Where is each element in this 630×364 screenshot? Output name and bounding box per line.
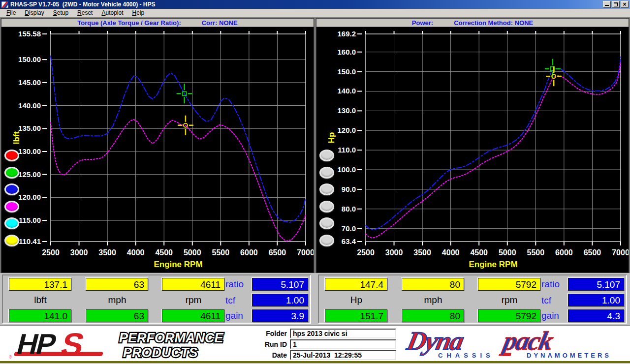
tcf-value-2: 1.00 [568,294,624,306]
svg-text:2500: 2500 [357,248,375,257]
svg-text:7000: 7000 [297,248,314,257]
date-label: Date [249,351,290,359]
svg-text:125.00: 125.00 [18,170,41,179]
svg-text:4000: 4000 [442,248,460,257]
run-color-button-magenta[interactable] [4,201,19,212]
restore-icon [614,2,618,6]
run-slot-button-6[interactable] [319,235,334,246]
folder-input[interactable] [290,329,396,338]
menu-autoplot[interactable]: Autoplot [97,9,127,17]
svg-text:5500: 5500 [212,248,230,257]
power-chart-header: Power: Correction Method: NONE [316,19,629,27]
torque-cursor2-rpm: 4611 [162,309,224,322]
dynapack-logo: Dyna pack CHASSIS DYNAMOMETERS [400,327,626,361]
run-id-input[interactable] [290,339,396,349]
minimize-button[interactable] [603,1,611,8]
svg-text:140.0: 140.0 [337,87,356,95]
svg-text:6500: 6500 [269,248,286,257]
run-color-button-red[interactable] [4,150,19,161]
svg-text:lbft: lbft [12,131,21,144]
footer-bar: HP S ® PERFORMANCE PRODUCTS Folder Run I… [0,325,630,361]
svg-text:169.2: 169.2 [337,30,356,38]
rpm-unit-label: rpm [160,295,226,306]
svg-text:70.0: 70.0 [342,224,356,233]
power-unit-label: Hp [323,295,389,306]
ratio-value-2: 5.107 [568,278,624,291]
svg-text:110.41: 110.41 [19,237,41,245]
tcf-label-2: tcf [541,295,571,307]
date-input[interactable] [290,350,396,360]
svg-text:®: ® [9,355,12,360]
torque-readout-panel: 137.1 63 4611 lbft mph rpm 141.0 63 4611… [2,274,311,324]
torque-cursor-mph: 63 [86,278,148,291]
run-slot-button-2[interactable] [319,167,334,179]
torque-unit-label: lbft [7,295,73,306]
app-window: RHAS-SP V1.7-05 (2WD - Motor Vehicle 400… [0,0,630,364]
minimize-icon [605,2,609,6]
run-slot-button-1[interactable] [319,150,334,161]
svg-text:PRODUCTS: PRODUCTS [123,345,198,360]
ratio-value: 5.107 [252,278,308,291]
menu-file[interactable]: File [2,9,20,17]
svg-text:6000: 6000 [240,248,258,257]
gain-value: 3.9 [252,309,308,322]
svg-text:110.0: 110.0 [338,146,356,154]
app-icon [1,1,8,8]
svg-text:6000: 6000 [555,248,573,257]
menu-bar: File Display Setup Reset Autoplot Help [0,9,630,18]
power-cursor2-rpm: 5792 [478,309,540,322]
close-button[interactable]: × [621,1,629,8]
power-cursor-value: 147.4 [325,278,387,291]
svg-text:150.00: 150.00 [18,55,41,63]
menu-reset[interactable]: Reset [73,9,97,17]
torque-plot[interactable]: 155.58150.00145.00140.00135.00130.00125.… [1,27,314,273]
ratio-label: ratio [225,279,255,291]
svg-text:130.00: 130.00 [18,147,41,155]
svg-text:Engine RPM: Engine RPM [154,260,202,269]
svg-text:140.00: 140.00 [18,101,41,110]
svg-text:63.4: 63.4 [342,237,356,245]
power-chart-panel: Power: Correction Method: NONE 169.2160.… [316,18,629,273]
svg-text:160.0: 160.0 [337,48,356,56]
run-color-button-yellow[interactable] [4,235,19,246]
run-color-button-blue[interactable] [4,183,19,195]
rpm-unit-label-2: rpm [476,295,542,306]
run-slot-button-3[interactable] [319,183,334,195]
menu-setup[interactable]: Setup [49,9,73,17]
restore-button[interactable] [612,1,620,8]
speed-unit-label-2: mph [400,295,466,306]
svg-text:3000: 3000 [385,248,403,257]
power-cursor2-value: 151.7 [325,309,387,322]
svg-text:3500: 3500 [413,248,431,257]
svg-text:6500: 6500 [584,248,601,257]
menu-help[interactable]: Help [128,9,149,17]
svg-text:5000: 5000 [184,248,201,257]
svg-text:Hp: Hp [327,132,336,144]
power-cursor-rpm: 5792 [478,278,540,291]
window-title: RHAS-SP V1.7-05 (2WD - Motor Vehicle 400… [10,0,603,9]
power-readout-panel: 147.4 80 5792 Hp mph rpm 151.7 80 5792 r… [318,274,627,324]
torque-chart-title: Torque (Axle Torque / Gear Ratio): [77,19,181,27]
svg-text:CHASSIS: CHASSIS [438,352,494,359]
svg-text:120.0: 120.0 [337,126,356,134]
run-color-button-green[interactable] [4,167,19,179]
torque-chart-header: Torque (Axle Torque / Gear Ratio): Corr:… [1,19,314,27]
run-slot-button-5[interactable] [319,217,334,229]
svg-text:7000: 7000 [612,248,629,257]
run-color-button-cyan[interactable] [4,217,19,229]
close-icon: × [623,2,626,7]
torque-correction-label: Corr: NONE [202,19,238,27]
readout-strip: 137.1 63 4611 lbft mph rpm 141.0 63 4611… [0,273,630,325]
gain-value-2: 4.3 [568,309,624,322]
svg-text:100.0: 100.0 [337,165,356,174]
menu-display[interactable]: Display [20,9,48,17]
run-slot-button-4[interactable] [319,201,334,212]
power-plot[interactable]: 169.2160.0150.0140.0130.0120.0110.0100.0… [316,27,629,273]
svg-text:120.00: 120.00 [18,193,41,201]
svg-text:4000: 4000 [127,248,145,257]
svg-text:4500: 4500 [470,248,488,257]
hps-logo: HP S ® PERFORMANCE PRODUCTS [7,328,238,360]
torque-cursor2-value: 141.0 [9,309,71,322]
gain-label-2: gain [541,310,571,322]
gain-label: gain [225,310,255,322]
